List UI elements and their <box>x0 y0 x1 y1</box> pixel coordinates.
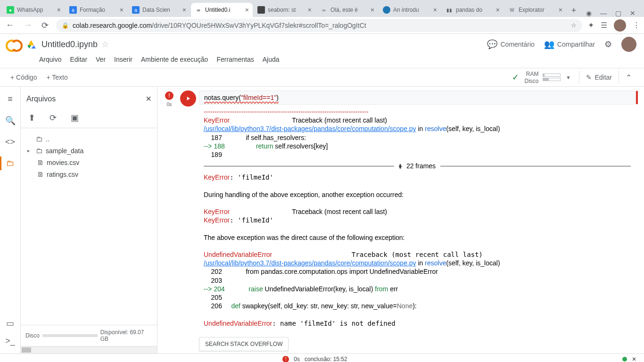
close-icon[interactable]: × <box>245 6 249 14</box>
ram-label: RAM <box>526 71 539 77</box>
menu-ajuda[interactable]: Ajuda <box>259 54 283 65</box>
browser-tab[interactable]: An introdu× <box>379 3 441 17</box>
tree-folder[interactable]: ▸🗀sample_data <box>25 145 153 156</box>
code-snippets-icon[interactable]: <> <box>5 137 15 147</box>
close-icon[interactable]: × <box>182 6 186 14</box>
connection-status[interactable]: ✓ RAM Disco ▼ <box>512 71 573 84</box>
menu-icon[interactable]: ⋮ <box>633 21 640 30</box>
minimize-icon[interactable]: — <box>600 9 607 17</box>
close-icon[interactable]: × <box>120 6 124 14</box>
star-icon[interactable]: ☆ <box>571 22 577 29</box>
exec-time: 0s <box>167 102 172 107</box>
comment-button[interactable]: 💬Comentário <box>487 39 534 49</box>
edit-mode-button[interactable]: ✎Editar <box>579 71 619 84</box>
ram-bar <box>543 74 561 77</box>
maximize-icon[interactable]: ▢ <box>615 9 621 17</box>
reload-icon[interactable]: ⟳ <box>40 18 50 33</box>
traceback-link[interactable]: /usr/local/lib/python3.7/dist-packages/p… <box>204 259 416 267</box>
search-icon[interactable]: 🔍 <box>5 115 16 126</box>
tree-up[interactable]: 🗀.. <box>25 133 153 145</box>
account-icon[interactable]: ◉ <box>586 9 592 17</box>
file-icon: 🗎 <box>37 170 44 178</box>
tree-label: .. <box>46 135 50 143</box>
run-cell-button[interactable] <box>180 90 196 107</box>
back-icon[interactable]: ← <box>4 18 16 32</box>
browser-tab[interactable]: aData Scien× <box>128 3 190 17</box>
add-text-button[interactable]: + Texto <box>41 72 72 83</box>
disk-usage-bar <box>42 334 98 337</box>
tree-file[interactable]: 🗎ratings.csv <box>25 168 153 180</box>
menu-inserir[interactable]: Inserir <box>111 54 136 65</box>
close-icon[interactable]: × <box>308 6 312 14</box>
browser-tab-active[interactable]: ∞Untitled0.i× <box>191 3 253 17</box>
url-input[interactable]: 🔒 colab.research.google.com/drive/10RYQO… <box>56 19 582 32</box>
browser-tab[interactable]: WExplorator× <box>504 3 566 17</box>
browser-tab[interactable]: ∞Olá, este é× <box>316 3 378 17</box>
search-stackoverflow-button[interactable]: SEARCH STACK OVERFLOW <box>199 337 289 351</box>
status-close-icon[interactable]: ✕ <box>632 356 636 362</box>
colab-menubar: Arquivo Editar Ver Inserir Ambiente de e… <box>0 53 644 68</box>
tab-title: seaborn: st <box>268 7 306 13</box>
menu-ambiente[interactable]: Ambiente de execução <box>138 54 211 65</box>
status-time: 0s <box>294 356 300 362</box>
new-tab-button[interactable]: + <box>567 4 580 17</box>
star-file-icon[interactable]: ☆ <box>101 39 109 49</box>
profile-avatar[interactable] <box>614 19 626 32</box>
colab-logo-icon[interactable] <box>6 36 23 53</box>
refresh-icon[interactable]: ⟳ <box>50 113 57 123</box>
browser-tab[interactable]: ▮▮pandas do× <box>442 3 504 17</box>
files-icon[interactable]: 🗀 <box>6 158 15 168</box>
user-avatar[interactable] <box>621 37 636 52</box>
reading-list-icon[interactable]: ☰ <box>601 21 607 30</box>
forward-icon[interactable]: → <box>22 18 34 32</box>
toc-icon[interactable]: ≡ <box>8 94 13 104</box>
lock-icon: 🔒 <box>62 22 69 29</box>
frames-expander[interactable]: ▴▾22 frames <box>204 162 631 170</box>
mount-drive-icon[interactable]: ▣ <box>71 113 79 123</box>
colab-favicon: ∞ <box>195 6 202 14</box>
menu-ferramentas[interactable]: Ferramentas <box>213 54 257 65</box>
tree-file[interactable]: 🗎movies.csv <box>25 156 153 168</box>
menu-ver[interactable]: Ver <box>92 54 109 65</box>
close-icon[interactable]: × <box>496 6 500 14</box>
upload-icon[interactable]: ⬆ <box>28 113 35 123</box>
menu-editar[interactable]: Editar <box>66 54 91 65</box>
share-button[interactable]: 👥Compartilhar <box>544 39 595 49</box>
gear-icon[interactable]: ⚙ <box>604 39 612 49</box>
files-footer: Disco Disponível: 69.07 GB <box>21 325 157 346</box>
browser-tab[interactable]: ●WhatsApp× <box>3 3 65 17</box>
browser-tab[interactable]: seaborn: st× <box>254 3 315 17</box>
chevron-right-icon[interactable]: ▸ <box>27 148 33 153</box>
chevron-down-icon[interactable]: ▼ <box>564 73 573 82</box>
notebook-area[interactable]: ! 0s notas.query("filmeId==1") ---------… <box>157 87 644 354</box>
close-panel-icon[interactable]: × <box>146 93 151 104</box>
menu-arquivo[interactable]: Arquivo <box>36 54 65 65</box>
url-text: colab.research.google.com/drive/10RYQOUr… <box>73 22 567 29</box>
code-input[interactable]: notas.query("filmeId==1") <box>199 90 636 105</box>
traceback-link[interactable]: /usr/local/lib/python3.7/dist-packages/p… <box>204 125 416 132</box>
close-window-icon[interactable]: ✕ <box>630 9 636 17</box>
variables-icon[interactable]: ▭ <box>6 318 14 329</box>
file-tree: 🗀.. ▸🗀sample_data 🗎movies.csv 🗎ratings.c… <box>21 128 157 325</box>
browser-tab[interactable]: aFormação× <box>66 3 127 17</box>
tab-title: WhatsApp <box>17 7 55 13</box>
tree-label: sample_data <box>46 147 83 155</box>
files-panel-title: Arquivos <box>26 95 56 103</box>
collapse-button[interactable]: ⌃ <box>619 70 638 85</box>
address-bar: ← → ⟳ 🔒 colab.research.google.com/drive/… <box>0 17 644 34</box>
status-bar: ! 0s conclusão: 15:52 ✕ <box>0 354 644 362</box>
tab-title: Formação <box>80 7 118 13</box>
horizontal-scrollbar[interactable] <box>21 346 157 354</box>
files-panel: Arquivos × ⬆ ⟳ ▣ 🗀.. ▸🗀sample_data 🗎movi… <box>21 87 157 354</box>
code-text: ) <box>276 94 279 101</box>
add-code-button[interactable]: + Código <box>6 72 41 83</box>
close-icon[interactable]: × <box>371 6 374 14</box>
file-name[interactable]: Untitled0.ipynb <box>41 40 98 49</box>
extensions-icon[interactable]: ✦ <box>588 21 594 30</box>
close-icon[interactable]: × <box>433 6 437 14</box>
tab-title: Explorator <box>519 7 557 13</box>
disk-label: Disco <box>25 332 40 339</box>
close-icon[interactable]: × <box>57 6 61 14</box>
terminal-icon[interactable]: >_ <box>5 336 15 346</box>
close-icon[interactable]: × <box>559 6 562 14</box>
